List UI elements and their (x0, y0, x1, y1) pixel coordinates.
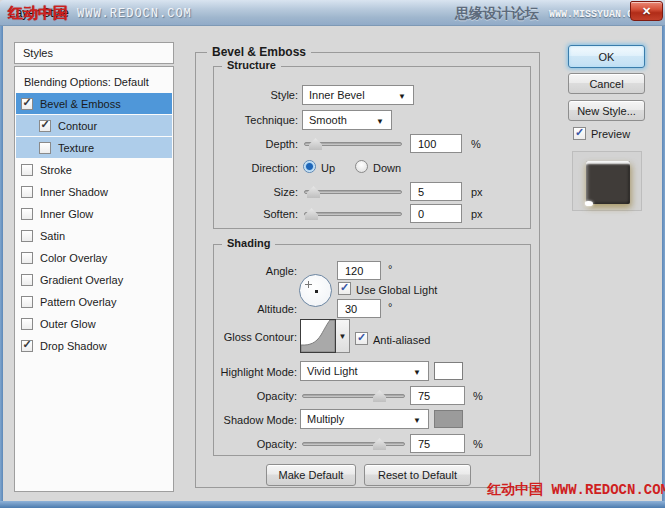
size-unit: px (471, 186, 483, 198)
direction-label: Direction: (214, 162, 298, 174)
shadow-opacity-input[interactable] (410, 434, 465, 453)
altitude-unit: ° (388, 301, 392, 313)
sidebar-item-outer-glow[interactable]: Outer Glow (16, 313, 172, 334)
shading-group: Shading Angle: ° ✓ Use Global Light Alti… (213, 244, 531, 456)
shadow-opacity-unit: % (473, 438, 483, 450)
size-label: Size: (214, 186, 298, 198)
styles-list: Blending Options: Default ✓Bevel & Embos… (14, 66, 174, 492)
depth-slider[interactable] (304, 142, 402, 146)
contour-checkbox[interactable]: ✓ (39, 120, 51, 132)
close-icon: ✕ (642, 6, 651, 17)
preview-checkbox[interactable]: ✓ (573, 127, 586, 140)
chevron-down-icon: ▼ (376, 117, 384, 126)
chevron-down-icon: ▼ (413, 368, 421, 377)
styles-title: Styles (23, 47, 53, 59)
sidebar-item-gradient-overlay[interactable]: Gradient Overlay (16, 269, 172, 290)
soften-slider-thumb[interactable] (305, 208, 318, 220)
shadow-opacity-thumb[interactable] (373, 438, 386, 450)
depth-unit: % (471, 138, 481, 150)
soften-slider[interactable] (304, 212, 402, 216)
gradient-overlay-checkbox[interactable] (21, 274, 33, 286)
direction-down-label: Down (373, 162, 401, 174)
style-label: Style: (214, 89, 298, 101)
structure-group: Structure Style: Inner Bevel ▼ Technique… (213, 66, 531, 229)
shadow-color-swatch[interactable] (434, 410, 463, 428)
close-button[interactable]: ✕ (630, 1, 663, 21)
gloss-contour-label: Gloss Contour: (214, 331, 297, 343)
window-title: Layer Style (9, 6, 69, 20)
gloss-contour-thumbnail[interactable] (300, 319, 336, 353)
angle-input[interactable] (337, 261, 381, 280)
highlight-opacity-label: Opacity: (214, 390, 297, 402)
technique-dropdown[interactable]: Smooth ▼ (302, 110, 392, 130)
watermark-top-left-url: WWW.REDOCN.COM (77, 7, 192, 21)
bevel-emboss-checkbox[interactable]: ✓ (21, 98, 33, 110)
window-border-bottom (0, 501, 665, 508)
use-global-light-checkbox[interactable]: ✓ (338, 282, 351, 295)
direction-down-radio[interactable] (355, 160, 368, 173)
sidebar-item-pattern-overlay[interactable]: Pattern Overlay (16, 291, 172, 312)
highlight-mode-label: Highlight Mode: (214, 366, 297, 378)
panel-title: Bevel & Emboss (207, 45, 311, 59)
sidebar-item-inner-shadow[interactable]: Inner Shadow (16, 181, 172, 202)
style-preview-thumbnail (586, 161, 630, 204)
angle-label: Angle: (214, 265, 297, 277)
size-slider[interactable] (304, 190, 402, 194)
window-border-left (0, 26, 3, 502)
structure-legend: Structure (222, 59, 281, 71)
depth-slider-thumb[interactable] (309, 138, 322, 150)
sidebar-item-stroke[interactable]: Stroke (16, 159, 172, 180)
chevron-down-icon: ▼ (413, 416, 421, 425)
make-default-button[interactable]: Make Default (266, 464, 356, 486)
altitude-input[interactable] (337, 299, 381, 318)
new-style-button[interactable]: New Style... (568, 100, 645, 121)
soften-unit: px (471, 208, 483, 220)
angle-dial[interactable] (299, 274, 332, 307)
outer-glow-checkbox[interactable] (21, 318, 33, 330)
highlight-color-swatch[interactable] (434, 362, 463, 380)
layer-style-dialog: Layer Style 红动中国 WWW.REDOCN.COM 思缘设计论坛 W… (0, 0, 665, 508)
angle-unit: ° (388, 263, 392, 275)
highlight-opacity-thumb[interactable] (373, 390, 386, 402)
sidebar-item-satin[interactable]: Satin (16, 225, 172, 246)
sidebar-item-bevel-emboss[interactable]: ✓Bevel & Emboss (16, 93, 172, 114)
drop-shadow-checkbox[interactable]: ✓ (21, 340, 33, 352)
shadow-mode-dropdown[interactable]: Multiply ▼ (300, 409, 429, 429)
title-bar[interactable]: Layer Style 红动中国 WWW.REDOCN.COM 思缘设计论坛 W… (0, 0, 665, 26)
highlight-mode-dropdown[interactable]: Vivid Light ▼ (300, 361, 429, 381)
pattern-overlay-checkbox[interactable] (21, 296, 33, 308)
highlight-opacity-input[interactable] (410, 386, 465, 405)
style-dropdown[interactable]: Inner Bevel ▼ (302, 85, 414, 105)
texture-checkbox[interactable] (39, 142, 51, 154)
highlight-opacity-slider[interactable] (302, 394, 405, 398)
inner-shadow-checkbox[interactable] (21, 186, 33, 198)
chevron-down-icon: ▼ (398, 92, 406, 101)
size-input[interactable] (410, 182, 462, 201)
depth-input[interactable] (410, 134, 462, 153)
highlight-opacity-unit: % (473, 390, 483, 402)
size-slider-thumb[interactable] (307, 186, 320, 198)
gloss-contour-dropdown[interactable]: ▼ (336, 319, 350, 353)
cancel-button[interactable]: Cancel (568, 73, 645, 94)
stroke-checkbox[interactable] (21, 164, 33, 176)
sidebar-item-color-overlay[interactable]: Color Overlay (16, 247, 172, 268)
color-overlay-checkbox[interactable] (21, 252, 33, 264)
direction-up-radio[interactable] (303, 160, 316, 173)
anti-aliased-label: Anti-aliased (373, 334, 430, 346)
sidebar-item-contour[interactable]: ✓Contour (16, 115, 172, 136)
anti-aliased-checkbox[interactable]: ✓ (355, 332, 368, 345)
soften-input[interactable] (410, 204, 462, 223)
sidebar-item-blending-options[interactable]: Blending Options: Default (16, 71, 172, 92)
inner-glow-checkbox[interactable] (21, 208, 33, 220)
sidebar-item-inner-glow[interactable]: Inner Glow (16, 203, 172, 224)
satin-checkbox[interactable] (21, 230, 33, 242)
sidebar-item-texture[interactable]: Texture (16, 137, 172, 158)
chevron-down-icon: ▼ (339, 332, 347, 341)
watermark-top-right-cn: 思缘设计论坛 (455, 5, 539, 23)
bevel-emboss-panel: Bevel & Emboss Structure Style: Inner Be… (195, 52, 540, 488)
styles-panel-header: Styles (14, 42, 174, 64)
reset-to-default-button[interactable]: Reset to Default (364, 464, 471, 486)
ok-button[interactable]: OK (568, 45, 645, 68)
sidebar-item-drop-shadow[interactable]: ✓Drop Shadow (16, 335, 172, 356)
shadow-opacity-slider[interactable] (302, 442, 405, 446)
